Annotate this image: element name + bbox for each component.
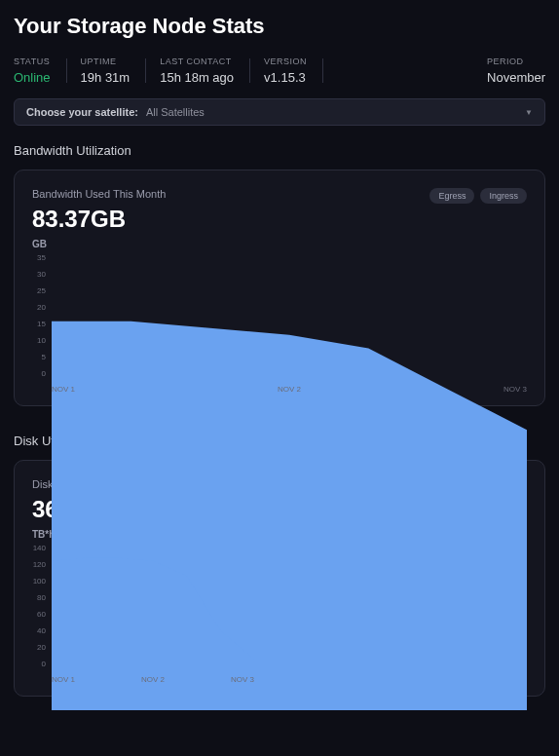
stat-version-label: VERSION	[264, 57, 307, 66]
page-title: Your Storage Node Stats	[14, 14, 545, 39]
satellite-select[interactable]: Choose your satellite: All Satellites ▼	[14, 98, 545, 126]
bandwidth-chart: 35302520151050 NOV 1NOV 2NOV 3	[46, 253, 527, 397]
stat-status-value: Online	[14, 70, 51, 85]
stat-status-label: STATUS	[14, 57, 51, 66]
stat-uptime-label: UPTIME	[81, 57, 130, 66]
satellite-select-value: All Satellites	[146, 106, 205, 118]
stat-period-label: PERIOD	[487, 57, 545, 66]
bandwidth-unit: GB	[32, 239, 166, 249]
chevron-down-icon: ▼	[525, 108, 533, 117]
bandwidth-card: Bandwidth Used This Month 83.37GB GB Egr…	[14, 170, 545, 406]
stat-last-contact: LAST CONTACT 15h 18m ago	[160, 57, 249, 85]
stats-row: STATUS Online UPTIME 19h 31m LAST CONTAC…	[14, 57, 545, 85]
stat-last-contact-label: LAST CONTACT	[160, 57, 234, 66]
bandwidth-total: 83.37GB	[32, 206, 166, 233]
satellite-select-label: Choose your satellite:	[26, 106, 138, 118]
divider	[145, 58, 146, 83]
divider	[249, 58, 250, 83]
section-title-bandwidth: Bandwidth Utilization	[14, 143, 545, 158]
stat-uptime: UPTIME 19h 31m	[81, 57, 146, 85]
stat-last-contact-value: 15h 18m ago	[160, 70, 234, 85]
disk-used-chart: 140120100806040200 NOV 1NOV 2NOV 3	[46, 544, 254, 688]
stat-status: STATUS Online	[14, 57, 66, 85]
divider	[66, 58, 67, 83]
stat-version: VERSION v1.15.3	[264, 57, 322, 85]
stat-period-value: November	[487, 70, 545, 85]
pill-egress[interactable]: Egress	[429, 188, 474, 204]
stat-period[interactable]: PERIOD November	[487, 57, 545, 85]
divider	[322, 58, 323, 83]
bandwidth-card-title: Bandwidth Used This Month	[32, 188, 166, 200]
stat-uptime-value: 19h 31m	[81, 70, 130, 85]
stat-version-value: v1.15.3	[264, 70, 307, 85]
pill-ingress[interactable]: Ingress	[480, 188, 527, 204]
